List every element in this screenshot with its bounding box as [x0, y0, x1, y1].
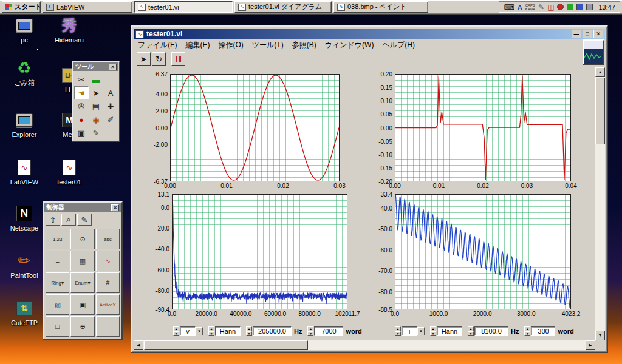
container-control-icon[interactable]: ▣ — [70, 294, 94, 315]
ime-mode-icon[interactable]: A — [518, 4, 522, 11]
pen-icon[interactable]: ✎ — [538, 4, 544, 11]
menu-file[interactable]: ファイル(F) — [134, 39, 181, 51]
desktop-icon-hidemaru[interactable]: 秀 Hidemaru — [50, 16, 89, 44]
desktop-icon-painttool[interactable]: ✎ PaintTool — [5, 251, 44, 279]
display-icon[interactable] — [586, 4, 593, 10]
vi-icon: ∿ — [135, 30, 144, 38]
label-tool-icon[interactable]: A — [103, 86, 118, 99]
knob-control-icon[interactable]: ⊙ — [70, 229, 94, 249]
menu-window[interactable]: ウィンドウ(W) — [321, 39, 378, 51]
desktop-icon-tester01[interactable]: ∿ tester01 — [50, 158, 89, 186]
menu-edit[interactable]: 編集(E) — [181, 39, 214, 51]
probe-tool-icon[interactable]: ◉ — [89, 113, 103, 126]
taskbar-item-labview[interactable]: L LabVIEW — [43, 1, 132, 13]
maximize-icon[interactable]: □ — [583, 30, 592, 38]
blank-cell[interactable] — [103, 73, 118, 86]
boolean-control-icon[interactable]: # — [96, 272, 120, 293]
desktop-icon-explorer[interactable]: Explorer — [5, 110, 44, 138]
run-button[interactable]: ➤ — [137, 52, 151, 66]
list-control-icon[interactable]: ≡ — [46, 251, 69, 271]
enum-control-icon[interactable]: Enum▾ — [70, 272, 94, 293]
scroll-up-icon[interactable]: ▲ — [595, 67, 605, 77]
decoration-control-icon[interactable]: □ — [46, 316, 69, 337]
scheduler-icon[interactable] — [567, 4, 573, 10]
chevron-down-icon[interactable]: ▼ — [196, 327, 203, 335]
horizontal-scroll-thumb[interactable] — [144, 340, 308, 350]
keyboard-icon[interactable]: ⌨ — [504, 4, 514, 11]
taskbar-item-paint[interactable]: ✎ 038.bmp - ペイント — [333, 1, 428, 13]
increment-decrement[interactable]: ▲▼ — [208, 326, 214, 336]
position-tool-icon[interactable]: ➤ — [89, 86, 103, 99]
desktop-icon-labview[interactable]: ∿ LabVIEW — [5, 158, 44, 186]
sample-rate-control[interactable]: ▲▼ 8100.0 Hz — [468, 326, 519, 336]
sample-count-control[interactable]: ▲▼ 7000 word — [307, 326, 361, 336]
activex-control-icon[interactable]: ActiveX — [96, 294, 120, 315]
colorbox-tool-icon[interactable]: ▣ — [74, 126, 89, 140]
menu-browse[interactable]: 参照(B) — [288, 39, 321, 51]
wire-tool-icon[interactable]: ✇ — [74, 99, 89, 113]
auto-led-icon[interactable]: ▬ — [89, 73, 103, 86]
auto-tool-icon[interactable]: ✂ — [74, 73, 89, 86]
scroll-tool-icon[interactable]: ✚ — [103, 99, 118, 113]
table-control-icon[interactable]: ▦ — [70, 251, 94, 271]
taskbar-item-tester01-diagram[interactable]: ∿ tester01.vi ダイアグラム — [234, 1, 332, 13]
menu-help[interactable]: ヘルプ(H) — [378, 39, 419, 51]
window-function-control[interactable]: ▲▼ Hann — [208, 326, 241, 336]
desktop-icon-cuteftp[interactable]: ⇅ CuteFTP — [5, 298, 44, 326]
channel-ring-control[interactable]: ▲▼ v ▼ — [173, 326, 203, 336]
clock[interactable]: 13:47 — [598, 4, 615, 11]
increment-decrement[interactable]: ▲▼ — [173, 326, 179, 336]
close-icon[interactable]: ✕ — [111, 204, 119, 211]
up-level-icon[interactable]: ⇧ — [46, 214, 60, 226]
desktop-icon-pc[interactable]: pc — [5, 16, 44, 44]
desktop-icon-recycle[interactable]: ♻ ごみ箱 — [5, 58, 44, 86]
operate-tool-icon[interactable]: ☚ — [74, 86, 89, 99]
network-icon[interactable] — [576, 4, 583, 10]
close-icon[interactable]: ✕ — [109, 64, 117, 70]
sample-rate-control[interactable]: ▲▼ 205000.0 Hz — [246, 326, 302, 336]
string-control-icon[interactable]: abc — [96, 229, 120, 249]
color-copy-tool-icon[interactable]: ✐ — [103, 113, 118, 126]
scroll-left-icon[interactable]: ◀ — [134, 340, 143, 350]
numeric-control-icon[interactable]: 1.23 — [46, 229, 69, 249]
tools-palette-titlebar[interactable]: ツール ✕ — [73, 62, 118, 71]
vertical-scroll-thumb[interactable] — [595, 78, 605, 144]
breakpoint-tool-icon[interactable]: ● — [74, 113, 89, 126]
increment-decrement[interactable]: ▲▼ — [524, 326, 530, 336]
ring-control-icon[interactable]: Ring▾ — [46, 272, 69, 293]
menu-operate[interactable]: 操作(O) — [214, 39, 247, 51]
increment-decrement[interactable]: ▲▼ — [468, 326, 474, 336]
pause-button[interactable] — [171, 52, 185, 66]
blank-control-cell[interactable] — [96, 316, 120, 337]
scroll-right-icon[interactable]: ▶ — [586, 340, 595, 350]
search-icon[interactable]: ⌕ — [61, 214, 76, 226]
scroll-down-icon[interactable]: ▼ — [595, 331, 605, 340]
controls-palette-titlebar[interactable]: 制御器 ✕ — [44, 203, 121, 212]
minimize-icon[interactable]: — — [572, 30, 581, 38]
increment-decrement[interactable]: ▲▼ — [246, 326, 252, 336]
menu-tool-icon[interactable]: ▤ — [89, 99, 103, 113]
sample-count-control[interactable]: ▲▼ 300 word — [524, 326, 573, 336]
menu-tools[interactable]: ツール(T) — [248, 39, 288, 51]
chart-control-icon[interactable]: ▧ — [46, 294, 69, 315]
pin-icon[interactable]: ✎ — [77, 214, 92, 226]
taskbar-item-tester01-vi[interactable]: ∿ tester01.vi — [134, 1, 233, 13]
increment-decrement[interactable]: ▲▼ — [307, 326, 313, 336]
close-icon[interactable]: ✕ — [593, 30, 603, 38]
graph-control-icon[interactable]: ∿ — [96, 251, 120, 271]
chevron-down-icon[interactable]: ▼ — [417, 327, 425, 335]
increment-decrement[interactable]: ▲▼ — [430, 326, 436, 336]
increment-decrement[interactable]: ▲▼ — [395, 326, 401, 336]
window-titlebar[interactable]: ∿ tester01.vi — □ ✕ — [134, 29, 605, 39]
desktop-icon-netscape[interactable]: N Netscape — [5, 204, 44, 232]
horizontal-scrollbar[interactable]: ◀ ▶ — [134, 340, 595, 350]
window-function-control[interactable]: ▲▼ Hann — [430, 326, 462, 336]
refnum-control-icon[interactable]: ⊕ — [70, 316, 94, 337]
users-icon[interactable]: ◫ — [547, 4, 554, 11]
ime-app-icon[interactable] — [557, 4, 564, 10]
color-tool-icon[interactable]: ✎ — [89, 126, 103, 140]
continuous-run-button[interactable]: ↻ — [152, 52, 166, 66]
channel-ring-control[interactable]: ▲▼ i ▼ — [395, 326, 425, 336]
vertical-scrollbar[interactable]: ▲ ▼ — [595, 67, 605, 340]
start-button[interactable]: スタート — [2, 1, 41, 13]
